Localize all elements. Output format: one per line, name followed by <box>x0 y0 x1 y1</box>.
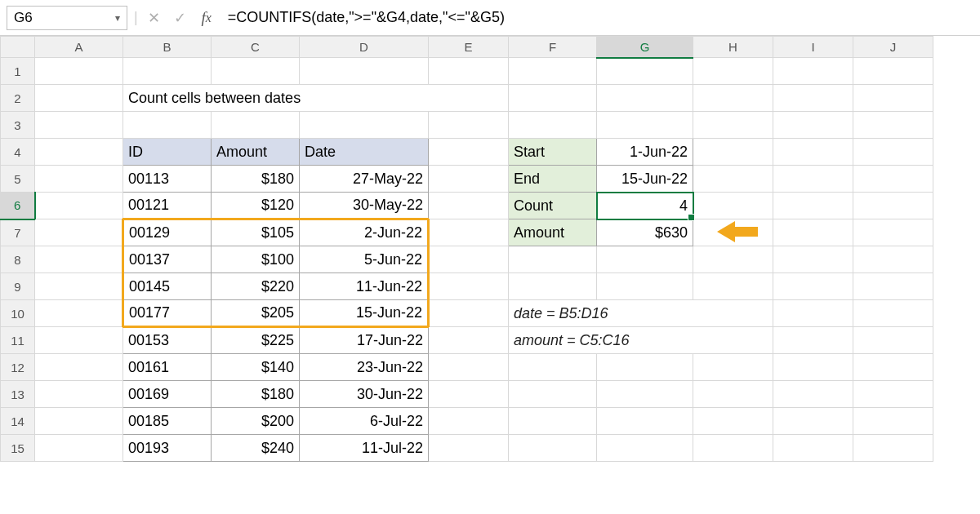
cell-date[interactable]: 11-Jun-22 <box>300 273 429 300</box>
cell[interactable] <box>597 246 693 273</box>
cell[interactable] <box>429 273 509 300</box>
cell[interactable] <box>35 381 123 408</box>
cell-id[interactable]: 00177 <box>123 300 212 327</box>
cell[interactable] <box>35 408 123 435</box>
cell-amount[interactable]: $105 <box>212 219 300 246</box>
cell[interactable] <box>693 193 773 219</box>
cell[interactable] <box>35 435 123 462</box>
cell-date[interactable]: 15-Jun-22 <box>300 300 429 327</box>
cell-amount[interactable]: $220 <box>212 273 300 300</box>
col-G[interactable]: G <box>597 37 693 58</box>
cell[interactable] <box>693 354 773 381</box>
hdr-date[interactable]: Date <box>300 139 429 166</box>
cell[interactable] <box>429 166 509 193</box>
cell[interactable] <box>853 354 933 381</box>
cell[interactable] <box>35 166 123 193</box>
cell[interactable] <box>35 193 123 219</box>
row-10[interactable]: 10 <box>1 300 35 327</box>
col-F[interactable]: F <box>509 37 597 58</box>
cell-amount[interactable]: $120 <box>212 193 300 219</box>
row-15[interactable]: 15 <box>1 435 35 462</box>
cell[interactable] <box>429 193 509 219</box>
cancel-icon[interactable]: ✕ <box>145 8 164 28</box>
cell[interactable] <box>35 112 123 139</box>
cell[interactable] <box>429 58 509 85</box>
cell[interactable] <box>853 219 933 246</box>
cell[interactable] <box>773 435 853 462</box>
cell-date[interactable]: 11-Jul-22 <box>300 435 429 462</box>
cell[interactable] <box>429 139 509 166</box>
cell[interactable] <box>35 219 123 246</box>
start-value[interactable]: 1-Jun-22 <box>597 139 693 166</box>
chevron-down-icon[interactable]: ▾ <box>115 12 120 24</box>
cell[interactable] <box>509 112 597 139</box>
cell[interactable] <box>853 166 933 193</box>
cell[interactable] <box>773 300 853 327</box>
cell[interactable] <box>509 354 597 381</box>
cell[interactable] <box>853 408 933 435</box>
row-6[interactable]: 6 <box>1 193 35 219</box>
cell-amount[interactable]: $225 <box>212 327 300 354</box>
cell[interactable] <box>429 112 509 139</box>
cell[interactable] <box>429 219 509 246</box>
cell[interactable] <box>429 435 509 462</box>
start-label[interactable]: Start <box>509 139 597 166</box>
col-I[interactable]: I <box>773 37 853 58</box>
row-4[interactable]: 4 <box>1 139 35 166</box>
cell-date[interactable]: 17-Jun-22 <box>300 327 429 354</box>
amount-value[interactable]: $630 <box>597 219 693 246</box>
page-title[interactable]: Count cells between dates <box>123 85 509 112</box>
cell[interactable] <box>853 327 933 354</box>
cell[interactable] <box>853 273 933 300</box>
cell-amount[interactable]: $205 <box>212 300 300 327</box>
cell-id[interactable]: 00161 <box>123 354 212 381</box>
row-12[interactable]: 12 <box>1 354 35 381</box>
row-7[interactable]: 7 <box>1 219 35 246</box>
formula-input[interactable]: =COUNTIFS(date,">="&G4,date,"<="&G5) <box>223 6 973 30</box>
count-value[interactable]: 4 <box>597 193 693 219</box>
row-14[interactable]: 14 <box>1 408 35 435</box>
cell[interactable] <box>300 58 429 85</box>
cell[interactable] <box>35 327 123 354</box>
cell[interactable] <box>509 408 597 435</box>
end-value[interactable]: 15-Jun-22 <box>597 166 693 193</box>
cell[interactable] <box>597 58 693 85</box>
name-box[interactable]: G6 ▾ <box>7 6 127 30</box>
cell[interactable] <box>853 85 933 112</box>
cell[interactable] <box>853 112 933 139</box>
cell-amount[interactable]: $100 <box>212 246 300 273</box>
cell[interactable] <box>35 273 123 300</box>
cell[interactable] <box>773 85 853 112</box>
cell[interactable] <box>597 435 693 462</box>
cell-amount[interactable]: $240 <box>212 435 300 462</box>
cell[interactable] <box>853 58 933 85</box>
cell[interactable] <box>693 85 773 112</box>
note-date[interactable]: date = B5:D16 <box>509 300 773 327</box>
row-8[interactable]: 8 <box>1 246 35 273</box>
row-2[interactable]: 2 <box>1 85 35 112</box>
cell[interactable] <box>429 246 509 273</box>
col-B[interactable]: B <box>123 37 212 58</box>
cell[interactable] <box>35 139 123 166</box>
cell[interactable] <box>35 246 123 273</box>
hdr-id[interactable]: ID <box>123 139 212 166</box>
cell-amount[interactable]: $200 <box>212 408 300 435</box>
cell-amount[interactable]: $140 <box>212 354 300 381</box>
cell[interactable] <box>693 166 773 193</box>
cell[interactable] <box>853 300 933 327</box>
cell[interactable] <box>509 435 597 462</box>
cell[interactable] <box>773 112 853 139</box>
row-5[interactable]: 5 <box>1 166 35 193</box>
cell[interactable] <box>693 58 773 85</box>
cell-id[interactable]: 00113 <box>123 166 212 193</box>
cell[interactable] <box>773 58 853 85</box>
cell[interactable] <box>509 273 597 300</box>
cell[interactable] <box>773 219 853 246</box>
cell-amount[interactable]: $180 <box>212 381 300 408</box>
row-9[interactable]: 9 <box>1 273 35 300</box>
cell[interactable] <box>597 85 693 112</box>
cell[interactable] <box>773 327 853 354</box>
row-1[interactable]: 1 <box>1 58 35 85</box>
end-label[interactable]: End <box>509 166 597 193</box>
cell[interactable] <box>853 193 933 219</box>
